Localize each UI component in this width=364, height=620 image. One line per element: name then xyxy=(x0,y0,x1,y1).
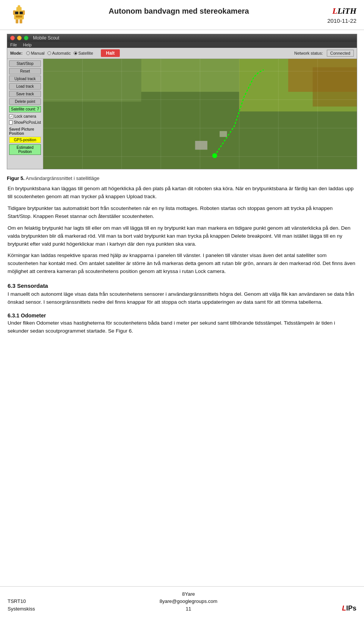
menu-file[interactable]: File xyxy=(10,43,17,47)
footer-center: 8Yare 8yare@googlegroups.com 11 xyxy=(160,590,218,613)
figure-caption: Figur 5. Användargränssnittet i satellit… xyxy=(0,173,364,185)
mode-manual[interactable]: Manual xyxy=(26,51,44,55)
estimated-position: Estimated Position xyxy=(9,144,41,155)
svg-rect-5 xyxy=(23,10,25,15)
mode-satellite[interactable]: Satellite xyxy=(74,51,93,55)
app-titlebar: Mobile Scout xyxy=(7,34,357,42)
show-picpos-checkbox[interactable]: ShowPicPosList xyxy=(9,120,41,125)
minimize-button[interactable] xyxy=(17,36,22,40)
connected-button[interactable]: Connected xyxy=(327,50,354,57)
radio-manual[interactable] xyxy=(26,51,30,55)
page-number: 11 xyxy=(160,605,218,613)
menu-help[interactable]: Help xyxy=(23,43,32,47)
upload-track-button[interactable]: Upload track xyxy=(9,76,41,82)
footer-team: 8Yare xyxy=(160,590,218,598)
footer-email: 8yare@googlegroups.com xyxy=(160,598,218,605)
save-track-button[interactable]: Save track xyxy=(9,91,41,97)
network-label: Network status: xyxy=(294,51,323,55)
satellite-count: Satellite count: 7 xyxy=(9,106,41,112)
start-stop-button[interactable]: Start/Stop xyxy=(9,60,41,67)
footer-right: LIPs xyxy=(342,604,356,612)
reset-button[interactable]: Reset xyxy=(9,68,41,74)
body-text: En brytpunktsbana kan läggas till genom … xyxy=(0,185,364,276)
radio-automatic[interactable] xyxy=(47,51,51,55)
section-6-3-body: I manuellt och autonomt läge visas data … xyxy=(0,290,364,306)
header-date: 2010-11-22 xyxy=(327,17,356,24)
close-button[interactable] xyxy=(10,36,15,40)
mode-automatic[interactable]: Automatic xyxy=(47,51,71,55)
footer-ips: IPs xyxy=(346,604,356,612)
footer-L: L xyxy=(342,604,346,612)
footer-course: TSRT10 xyxy=(8,598,35,605)
svg-rect-6 xyxy=(16,19,18,23)
page-header: Autonom bandvagn med stereokamera LLiTH … xyxy=(0,0,364,30)
header-lith: LLiTH xyxy=(327,6,356,16)
svg-rect-7 xyxy=(20,19,22,23)
section-6-3-1-body: Under fliken Odometer visas hastighetern… xyxy=(0,319,364,335)
svg-point-27 xyxy=(212,153,217,158)
app-body: Start/Stop Reset Upload track Load track… xyxy=(7,59,357,169)
maximize-button[interactable] xyxy=(24,36,28,40)
mode-label: Mode: xyxy=(10,51,22,55)
app-menubar: File Help xyxy=(7,42,357,48)
body-para-2: Tidigare brytpunkter tas automatiskt bor… xyxy=(8,205,356,221)
robot-logo xyxy=(8,4,30,27)
lith-L: L xyxy=(332,6,337,16)
section-6-3-heading: 6.3 Sensordata xyxy=(0,279,364,290)
app-title: Mobile Scout xyxy=(33,35,59,41)
body-para-4: Körningar kan laddas respektive sparas m… xyxy=(8,252,356,276)
map-area[interactable] xyxy=(43,59,357,169)
lock-camera-check[interactable] xyxy=(9,114,13,118)
delete-point-button[interactable]: Delete point xyxy=(9,98,41,105)
figure-label: Figur 5. xyxy=(7,175,25,181)
svg-rect-2 xyxy=(20,12,23,14)
radio-satellite[interactable] xyxy=(74,51,77,55)
app-content: Mode: Manual Automatic Satellite Halt Ne… xyxy=(7,48,357,169)
footer-doc-type: Systemskiss xyxy=(8,605,35,613)
svg-rect-1 xyxy=(15,12,19,14)
body-para-2-text: Tidigare brytpunkter tas automatiskt bor… xyxy=(8,205,333,219)
section-6-3-1-heading: 6.3.1 Odometer xyxy=(0,310,364,319)
svg-rect-15 xyxy=(313,67,357,106)
body-para-4-text: Körningar kan laddas respektive sparas m… xyxy=(8,252,355,274)
body-para-1: En brytpunktsbana kan läggas till genom … xyxy=(8,185,356,201)
load-track-button[interactable]: Load track xyxy=(9,83,41,90)
show-picpos-check[interactable] xyxy=(9,120,13,125)
body-para-1-text: En brytpunktsbana kan läggas till genom … xyxy=(8,186,354,199)
svg-rect-4 xyxy=(13,10,15,15)
header-title: Autonom bandvagn med stereokamera xyxy=(30,7,327,16)
halt-button[interactable]: Halt xyxy=(101,49,120,57)
svg-rect-29 xyxy=(220,131,227,137)
svg-point-9 xyxy=(18,5,20,8)
lock-camera-checkbox[interactable]: Lock camera xyxy=(9,114,41,118)
body-para-3-text: Om en felaktig brytpunkt har lagts till … xyxy=(8,225,350,247)
saved-picture-position-label: Saved Picture Position xyxy=(9,127,41,136)
mode-radio-group: Manual Automatic Satellite xyxy=(26,51,93,55)
section-6-3-1-para: Under fliken Odometer visas hastighetern… xyxy=(8,319,356,335)
map-svg xyxy=(43,59,357,169)
svg-rect-28 xyxy=(195,141,207,150)
header-right: LLiTH 2010-11-22 xyxy=(327,4,356,24)
app-topbar: Mode: Manual Automatic Satellite Halt Ne… xyxy=(7,48,357,59)
sidebar: Start/Stop Reset Upload track Load track… xyxy=(7,59,43,169)
body-para-3: Om en felaktig brytpunkt har lagts till … xyxy=(8,224,356,248)
figure-text: Användargränssnittet i satellitläge xyxy=(26,175,99,181)
section-6-3-para: I manuellt och autonomt läge visas data … xyxy=(8,290,356,306)
gps-position: GPS-position xyxy=(9,137,41,143)
footer-left: TSRT10 Systemskiss xyxy=(8,598,35,612)
svg-rect-12 xyxy=(141,59,239,92)
page-footer: TSRT10 Systemskiss 8Yare 8yare@googlegro… xyxy=(0,586,364,613)
app-screenshot: Mobile Scout File Help Mode: Manual Auto… xyxy=(7,34,357,169)
header-title-block: Autonom bandvagn med stereokamera xyxy=(30,4,327,16)
svg-rect-3 xyxy=(16,16,22,17)
svg-rect-11 xyxy=(43,59,141,102)
